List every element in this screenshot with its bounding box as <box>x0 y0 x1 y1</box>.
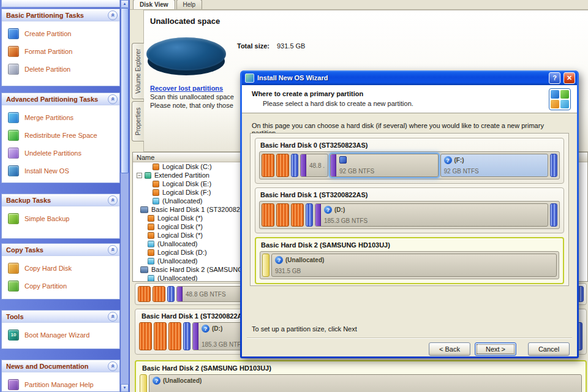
collapse-chevron-icon[interactable]: « <box>108 361 118 371</box>
task-copy-partition[interactable]: Copy Partition <box>2 277 119 295</box>
task-redistribute-free-space[interactable]: Redistribute Free Space <box>2 126 119 144</box>
partition-label-row <box>339 156 435 164</box>
partition-free[interactable] <box>291 154 298 177</box>
partition-free[interactable] <box>183 322 190 350</box>
task-simple-backup[interactable]: Simple Backup <box>2 209 119 227</box>
partition-used[interactable] <box>276 154 289 177</box>
tab-properties[interactable]: Properties <box>132 101 144 141</box>
recover-lost-partitions-link[interactable]: Recover lost partitions <box>150 85 223 92</box>
partition-unallocated-931gb[interactable]: ? (Unallocated) 931.5 GB <box>271 254 557 277</box>
wizard-page-icon <box>549 88 571 110</box>
partition-used[interactable] <box>139 322 152 350</box>
collapse-chevron-icon[interactable]: « <box>108 10 118 20</box>
partition-free[interactable] <box>550 154 557 177</box>
logical-disk-icon <box>153 189 159 196</box>
expander-icon[interactable]: − <box>137 173 142 178</box>
back-button[interactable]: < Back <box>429 342 470 356</box>
tree-item-label: Basic Hard Disk 1 (ST3200822AS) <box>151 206 255 213</box>
tab-volume-explorer[interactable]: Volume Explorer <box>132 43 144 99</box>
install-new-os-wizard-dialog: Install New OS Wizard ? ✕ Where to creat… <box>240 70 579 358</box>
partition-used[interactable] <box>291 203 304 227</box>
task-label: Copy Partition <box>24 282 67 290</box>
section-news-and-documentation: News and Documentation « Partition Manag… <box>1 360 120 392</box>
partition-free[interactable] <box>550 203 557 227</box>
partition-free-yellow[interactable] <box>262 254 270 277</box>
total-size-row: Total size:931.5 GB <box>237 42 305 50</box>
partition-used[interactable] <box>153 286 165 302</box>
section-header-backup-tasks[interactable]: Backup Tasks « <box>2 194 119 206</box>
hard-disk-icon <box>140 206 148 213</box>
tree-item-label: Logical Disk (D:) <box>157 249 207 256</box>
task-create-partition[interactable]: Create Partition <box>2 24 119 42</box>
task-boot-manager-wizard[interactable]: 10 Boot Manager Wizard <box>2 326 119 344</box>
logical-disk-icon <box>148 249 154 256</box>
wizard-disk-1[interactable]: Basic Hard Disk 1 (ST3200822AS) ? (D:) <box>255 187 564 233</box>
task-partition-manager-help[interactable]: Partition Manager Help <box>2 375 119 392</box>
side-vertical-tabs: Volume Explorer Properties <box>132 43 144 141</box>
section-header-news-documentation[interactable]: News and Documentation « <box>2 360 119 372</box>
partition-f-92gb[interactable]: ? (F:) 92 GB NTFS <box>440 154 549 177</box>
task-delete-partition[interactable]: Delete Partition <box>2 60 119 78</box>
partition-used[interactable] <box>138 286 151 302</box>
partition-size: 92 GB NTFS <box>339 168 435 175</box>
sidebar-scrollbar[interactable]: ▲ ▼ <box>121 0 129 392</box>
partition-label: (Unallocated) <box>163 377 202 384</box>
disk-map-group-disk2-selected[interactable]: Basic Hard Disk 2 (SAMSUNG HD103UJ) ? (U… <box>135 360 587 392</box>
help-button[interactable]: ? <box>549 72 560 84</box>
partition-used[interactable] <box>168 322 181 350</box>
collapse-chevron-icon[interactable]: « <box>108 195 118 205</box>
task-copy-hard-disk[interactable]: Copy Hard Disk <box>2 259 119 277</box>
task-label: Undelete Partitions <box>24 149 81 157</box>
collapse-chevron-icon[interactable]: « <box>108 245 118 255</box>
disk-name: Basic Hard Disk 2 (SAMSUNG HD103UJ) <box>261 241 559 249</box>
wizard-titlebar[interactable]: Install New OS Wizard ? ✕ <box>242 70 577 85</box>
close-button[interactable]: ✕ <box>564 72 575 84</box>
section-tools: Tools « 10 Boot Manager Wizard <box>1 310 120 349</box>
task-undelete-partitions[interactable]: Undelete Partitions <box>2 144 119 162</box>
partition-unallocated-931gb[interactable]: ? (Unallocated) 931.5 GB <box>149 374 582 392</box>
unallocated-icon <box>153 198 159 205</box>
scrollbar-thumb[interactable] <box>121 8 129 173</box>
tab-help[interactable]: Help <box>176 0 203 9</box>
cancel-button[interactable]: Cancel <box>528 342 570 356</box>
task-install-new-os[interactable]: Install New OS <box>2 162 119 179</box>
scroll-up-icon[interactable]: ▲ <box>121 0 129 8</box>
partition-used[interactable] <box>276 203 289 227</box>
section-advanced-partitioning-tasks: Advanced Partitioning Tasks « Merge Part… <box>1 92 120 183</box>
question-icon: ? <box>324 206 332 214</box>
wizard-disk-0[interactable]: Basic Hard Disk 0 (ST3250823AS) 48.8 ... <box>255 138 564 184</box>
partition-used[interactable] <box>262 203 274 227</box>
wizard-disk-2-selected[interactable]: Basic Hard Disk 2 (SAMSUNG HD103UJ) ? (U… <box>255 237 564 284</box>
partition-free[interactable] <box>306 203 313 227</box>
section-header-advanced-partitioning[interactable]: Advanced Partitioning Tasks « <box>2 93 119 105</box>
wizard-separator <box>247 337 572 339</box>
partition-used[interactable] <box>154 322 167 350</box>
partition-content: ? (D:) 185.3 GB NTFS <box>321 204 548 226</box>
partition-used[interactable] <box>262 154 274 177</box>
section-header-copy-tasks[interactable]: Copy Tasks « <box>2 244 119 256</box>
wizard-title: Install New OS Wizard <box>257 74 546 81</box>
collapse-chevron-icon[interactable]: « <box>108 312 118 322</box>
section-title: Basic Partitioning Tasks <box>6 12 84 19</box>
section-header-basic-partitioning[interactable]: Basic Partitioning Tasks « <box>2 9 119 21</box>
partition-content: ? (F:) 92 GB NTFS <box>441 154 548 176</box>
partition-ntfs-48gb[interactable]: 48.8 ... <box>300 154 328 177</box>
redistribute-free-space-icon <box>8 130 19 141</box>
task-merge-partitions[interactable]: Merge Partitions <box>2 108 119 126</box>
next-button[interactable]: Next > <box>475 342 516 356</box>
task-label: Create Partition <box>24 30 71 37</box>
partition-free-yellow[interactable] <box>140 374 147 392</box>
section-header-tools[interactable]: Tools « <box>2 311 119 323</box>
tab-disk-view[interactable]: Disk View <box>133 0 175 9</box>
partition-size: 931.5 GB <box>275 268 553 274</box>
section-body: Copy Hard Disk Copy Partition <box>2 256 119 295</box>
partition-free[interactable] <box>167 286 175 302</box>
tree-item-label: (Unallocated) <box>157 274 197 282</box>
format-partition-icon <box>8 46 19 57</box>
task-format-partition[interactable]: Format Partition <box>2 42 119 60</box>
collapse-chevron-icon[interactable]: « <box>108 94 118 104</box>
partition-d-185gb[interactable]: ? (D:) 185.3 GB NTFS <box>315 203 548 227</box>
task-label: Partition Manager Help <box>24 381 94 388</box>
partition-ntfs-92gb-selected[interactable]: 92 GB NTFS <box>330 154 439 177</box>
scroll-down-icon[interactable]: ▼ <box>121 384 129 392</box>
